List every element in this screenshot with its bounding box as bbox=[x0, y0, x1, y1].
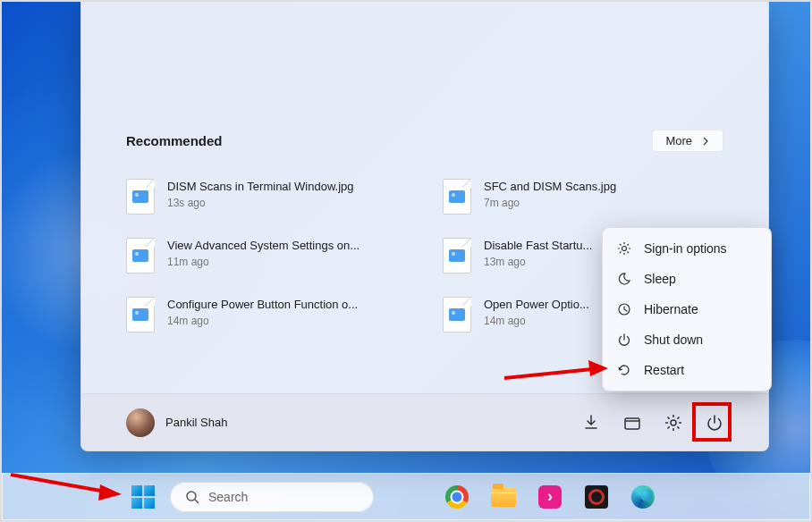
search-placeholder: Search bbox=[208, 490, 248, 504]
sleep-item[interactable]: Sleep bbox=[603, 264, 771, 294]
file-name: DISM Scans in Terminal Window.jpg bbox=[167, 179, 354, 195]
jpg-file-icon bbox=[126, 238, 155, 274]
file-name: Configure Power Button Function o... bbox=[167, 297, 358, 313]
jpg-file-icon bbox=[443, 238, 471, 274]
recommended-item[interactable]: DISM Scans in Terminal Window.jpg 13s ag… bbox=[126, 179, 407, 215]
file-time: 13m ago bbox=[484, 256, 592, 268]
recommended-item[interactable]: Configure Power Button Function o... 14m… bbox=[126, 297, 407, 333]
recommended-item[interactable]: View Advanced System Settings on... 11m … bbox=[126, 238, 407, 274]
svg-point-4 bbox=[187, 492, 196, 501]
power-icon[interactable] bbox=[706, 414, 723, 432]
menu-item-label: Shut down bbox=[644, 333, 703, 347]
jpg-file-icon bbox=[126, 179, 155, 215]
file-time: 14m ago bbox=[484, 315, 589, 327]
taskbar-app-chrome[interactable] bbox=[437, 477, 477, 517]
taskbar-app-edge[interactable] bbox=[623, 477, 663, 517]
more-label: More bbox=[665, 134, 692, 147]
file-explorer-icon bbox=[491, 487, 516, 507]
file-time: 11m ago bbox=[167, 256, 359, 268]
menu-item-label: Restart bbox=[644, 363, 684, 377]
windows-logo-icon bbox=[131, 485, 155, 509]
taskbar-app-pink[interactable]: › bbox=[530, 477, 570, 517]
more-button[interactable]: More bbox=[652, 130, 723, 152]
clock-icon bbox=[617, 302, 631, 316]
menu-item-label: Sleep bbox=[644, 272, 676, 286]
svg-point-2 bbox=[622, 247, 627, 251]
power-menu-popup: Sign-in options Sleep Hibernate Shut dow… bbox=[602, 227, 772, 392]
jpg-file-icon bbox=[126, 297, 155, 333]
user-name-label: Pankil Shah bbox=[165, 416, 227, 429]
taskbar-app-dark[interactable] bbox=[577, 477, 616, 517]
start-menu: Recommended More DISM Scans in Terminal … bbox=[80, 0, 769, 451]
power-icon bbox=[617, 333, 631, 347]
recommended-item[interactable]: SFC and DISM Scans.jpg 7m ago bbox=[443, 179, 723, 215]
chevron-right-icon bbox=[701, 137, 710, 146]
search-icon bbox=[185, 490, 199, 504]
restart-item[interactable]: Restart bbox=[603, 355, 771, 385]
signin-options-item[interactable]: Sign-in options bbox=[603, 233, 771, 264]
file-name: Open Power Optio... bbox=[484, 297, 589, 313]
taskbar: Search › bbox=[2, 473, 810, 520]
app-icon: › bbox=[538, 485, 562, 509]
download-icon[interactable] bbox=[582, 414, 600, 432]
folder-icon[interactable] bbox=[623, 414, 641, 432]
file-name: SFC and DISM Scans.jpg bbox=[484, 179, 616, 195]
file-name: View Advanced System Settings on... bbox=[167, 238, 359, 254]
menu-item-label: Sign-in options bbox=[644, 241, 727, 256]
file-name: Disable Fast Startu... bbox=[484, 238, 592, 254]
search-input[interactable]: Search bbox=[170, 482, 374, 512]
hibernate-item[interactable]: Hibernate bbox=[603, 294, 771, 324]
taskbar-app-explorer[interactable] bbox=[484, 477, 523, 517]
chrome-icon bbox=[445, 485, 469, 509]
start-button[interactable] bbox=[123, 477, 163, 517]
gear-icon bbox=[617, 241, 631, 256]
moon-icon bbox=[617, 272, 631, 286]
svg-rect-0 bbox=[625, 418, 639, 429]
shutdown-item[interactable]: Shut down bbox=[603, 324, 771, 355]
start-menu-footer: Pankil Shah bbox=[81, 393, 768, 450]
svg-point-1 bbox=[671, 420, 676, 425]
settings-gear-icon[interactable] bbox=[664, 414, 682, 432]
user-account-button[interactable]: Pankil Shah bbox=[126, 408, 227, 437]
avatar bbox=[126, 408, 155, 437]
jpg-file-icon bbox=[443, 179, 471, 215]
app-icon bbox=[585, 485, 608, 509]
recommended-title: Recommended bbox=[126, 133, 223, 148]
file-time: 14m ago bbox=[167, 315, 358, 327]
file-time: 7m ago bbox=[484, 197, 616, 209]
file-time: 13s ago bbox=[167, 197, 354, 209]
edge-icon bbox=[631, 485, 655, 509]
menu-item-label: Hibernate bbox=[644, 302, 698, 316]
restart-icon bbox=[617, 363, 631, 377]
jpg-file-icon bbox=[443, 297, 471, 333]
